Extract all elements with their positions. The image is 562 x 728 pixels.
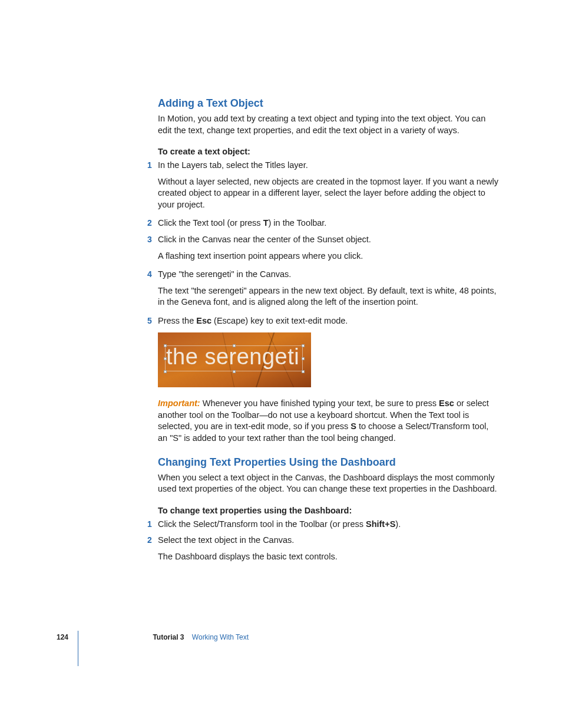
selection-handle — [164, 370, 167, 373]
step-text: Click in the Canvas near the center of t… — [158, 235, 371, 244]
steps-change-text-props: Click the Select/Transform tool in the T… — [158, 519, 500, 563]
chapter-label: Working With Text — [192, 633, 249, 641]
step-body: The Dashboard displays the basic text co… — [158, 551, 500, 563]
selection-handle — [302, 357, 305, 360]
selection-handle — [233, 370, 236, 373]
selection-handle — [302, 370, 305, 373]
lead-in-create-text-object: To create a text object: — [158, 147, 500, 156]
important-label: Important: — [158, 398, 200, 408]
step-text-post: (Escape) key to exit text-edit mode. — [211, 316, 348, 325]
figure-serengeti: the serengeti — [158, 332, 311, 387]
step-body: Without a layer selected, new objects ar… — [158, 176, 500, 211]
selection-box — [165, 345, 303, 371]
step-1: Click the Select/Transform tool in the T… — [158, 519, 500, 531]
kbd-shift-s: Shift+S — [366, 519, 395, 529]
step-text: In the Layers tab, select the Titles lay… — [158, 160, 308, 170]
step-2: Click the Text tool (or press T) in the … — [158, 218, 500, 229]
step-text-post: ). — [395, 519, 401, 529]
step-2: Select the text object in the Canvas. Th… — [158, 535, 500, 562]
steps-create-text-object: In the Layers tab, select the Titles lay… — [158, 160, 500, 327]
step-3: Click in the Canvas near the center of t… — [158, 234, 500, 262]
step-text: Type "the serengeti" in the Canvas. — [158, 269, 291, 279]
important-note: Important: Whenever you have finished ty… — [158, 398, 500, 444]
step-body: The text "the serengeti" appears in the … — [158, 285, 500, 308]
lead-in-change-text-props: To change text properties using the Dash… — [158, 506, 500, 515]
page-footer: 124 Tutorial 3 Working With Text — [57, 633, 504, 641]
step-text: Select the text object in the Canvas. — [158, 535, 294, 545]
selection-handle — [302, 344, 305, 347]
heading-changing-text-properties: Changing Text Properties Using the Dashb… — [158, 456, 500, 469]
kbd-t: T — [263, 218, 269, 228]
step-1: In the Layers tab, select the Titles lay… — [158, 160, 500, 210]
kbd-esc: Esc — [439, 398, 454, 408]
kbd-s: S — [351, 421, 356, 431]
selection-handle — [233, 344, 236, 347]
selection-handle — [164, 357, 167, 360]
intro-paragraph-2: When you select a text object in the Can… — [158, 472, 500, 495]
heading-adding-text-object: Adding a Text Object — [158, 97, 500, 110]
selection-handle — [164, 344, 167, 347]
tutorial-label: Tutorial 3 — [153, 633, 184, 641]
step-text-pre: Click the Text tool (or press — [158, 218, 263, 228]
intro-paragraph: In Motion, you add text by creating a te… — [158, 113, 500, 136]
step-text-post: ) in the Toolbar. — [269, 218, 327, 228]
page-content: Adding a Text Object In Motion, you add … — [158, 97, 500, 569]
step-text-pre: Press the — [158, 316, 196, 325]
step-text-pre: Click the Select/Transform tool in the T… — [158, 519, 366, 529]
note-text-pre: Whenever you have finished typing your t… — [200, 398, 439, 408]
page-number: 124 — [57, 633, 68, 641]
kbd-esc: Esc — [196, 316, 211, 325]
step-body: A flashing text insertion point appears … — [158, 251, 500, 262]
step-4: Type "the serengeti" in the Canvas. The … — [158, 269, 500, 308]
step-5: Press the Esc (Escape) key to exit text-… — [158, 315, 500, 327]
